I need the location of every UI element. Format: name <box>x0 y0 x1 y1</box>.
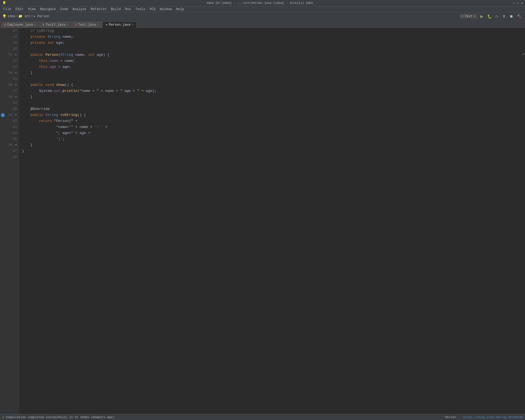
tab-close-button[interactable]: × <box>97 24 99 27</box>
menu-item-window[interactable]: Window <box>158 7 174 11</box>
tab-person[interactable]: ●Person.java× <box>102 22 136 28</box>
tab-employee[interactable]: JEmployee.java× <box>1 22 39 28</box>
breakpoint-area[interactable] <box>0 52 5 58</box>
person-tab-icon: ● <box>105 23 107 27</box>
code-line: public String toString() { <box>22 112 522 118</box>
menu-item-help[interactable]: Help <box>174 7 186 11</box>
line-number: 51 ▾ <box>8 52 17 58</box>
code-line <box>22 46 522 52</box>
breakpoint-area[interactable] <box>0 28 5 34</box>
menu-item-run[interactable]: Run <box>123 7 133 11</box>
run-config-icon: ⚙ <box>461 14 463 18</box>
breakpoint-area[interactable] <box>0 70 5 76</box>
line-number: 60 <box>8 106 17 112</box>
toolbar: 💡 idea > 📁 src > ● Person ⚙ Test ▾ ▶ 🐛 ▷… <box>0 12 525 20</box>
breakpoint-area[interactable] <box>0 64 5 70</box>
breakpoint-area[interactable] <box>0 106 5 112</box>
line-number: 67 <box>8 148 17 154</box>
breakpoint-area[interactable] <box>0 118 5 124</box>
menu-item-build[interactable]: Build <box>109 7 123 11</box>
menu-item-navigate[interactable]: Navigate <box>38 7 58 11</box>
code-text: ", age=" + age + <box>22 130 90 136</box>
menu-item-vcs[interactable]: VCS <box>148 7 158 11</box>
run-config-chevron: ▾ <box>474 14 475 18</box>
breakpoint-area[interactable]: ↑ <box>0 112 5 118</box>
breadcrumb-src[interactable]: 📁 src <box>18 14 30 18</box>
person-file-icon: ● <box>33 14 35 18</box>
breakpoint-area[interactable] <box>0 142 5 148</box>
tabs: JEmployee.java×JTest2.java×JTest.java×●P… <box>0 20 525 28</box>
breakpoint-area[interactable] <box>0 40 5 46</box>
statusbar-right: Person https://blog.csdn.net/qq_45239139 <box>445 416 523 419</box>
line-number: 61 ▾ <box>8 112 17 118</box>
breakpoint-area[interactable] <box>0 58 5 64</box>
breakpoint-area[interactable] <box>0 76 5 82</box>
run-with-coverage-button[interactable]: ▷ <box>494 14 500 19</box>
fold-icon[interactable]: ▾ <box>15 71 17 75</box>
tab-test2[interactable]: JTest2.java× <box>39 22 71 28</box>
tab-close-button[interactable]: × <box>67 24 68 27</box>
minimize-button[interactable]: — <box>513 1 515 5</box>
maximize-button[interactable]: ☐ <box>517 1 519 5</box>
fold-icon[interactable]: ▾ <box>15 113 17 117</box>
breakpoint-area[interactable] <box>0 88 5 94</box>
line-number: 57 <box>8 88 17 94</box>
tab-test[interactable]: JTest.java× <box>72 22 102 28</box>
line-number: 53 <box>8 64 17 70</box>
close-button[interactable]: ✕ <box>521 1 523 5</box>
fold-icon[interactable]: ▾ <box>15 95 17 99</box>
tab-close-button[interactable]: × <box>132 24 134 27</box>
stop-button[interactable]: ⏹ <box>508 14 515 19</box>
breadcrumb: 💡 idea > 📁 src > ● Person <box>2 14 49 19</box>
fold-icon[interactable]: ▾ <box>15 143 17 147</box>
profile-button[interactable]: ⏸ <box>501 14 507 19</box>
menu-item-code[interactable]: Code <box>58 7 70 11</box>
code-text: @Override <box>22 106 50 112</box>
menu-item-tools[interactable]: Tools <box>133 7 148 11</box>
menu-item-refactor[interactable]: Refactor <box>88 7 109 11</box>
class-name-status: Person <box>445 416 456 419</box>
build-button[interactable]: 🔨 <box>516 14 523 19</box>
menu-item-file[interactable]: File <box>1 7 13 11</box>
breakpoint-area[interactable] <box>0 100 5 106</box>
toolbar-left: 💡 idea > 📁 src > ● Person <box>2 14 49 19</box>
code-text: this.age = age; <box>22 64 71 70</box>
breakpoint-area[interactable] <box>0 130 5 136</box>
line-number: 54 ▾ <box>8 70 17 76</box>
code-area[interactable]: // toString private String name; private… <box>19 28 525 414</box>
line-number: 64 <box>8 130 17 136</box>
breakpoint-area[interactable] <box>0 148 5 154</box>
menu-item-view[interactable]: View <box>26 7 38 11</box>
fold-icon[interactable]: ▾ <box>15 53 17 57</box>
tab-close-button[interactable]: × <box>34 24 36 27</box>
statusbar: ✔ Compilation completed successfully in … <box>0 414 525 420</box>
breakpoint-area[interactable] <box>0 34 5 40</box>
folder-icon: 📁 <box>18 14 22 18</box>
compilation-success-icon: ✔ <box>2 415 4 419</box>
breakpoint-area[interactable] <box>0 82 5 88</box>
code-text: public void show() { <box>22 82 73 88</box>
titlebar: 💡 idea [E:\idea] - ...\src\Person.java [… <box>0 0 525 6</box>
fold-icon[interactable]: ▾ <box>15 83 17 87</box>
breakpoint-area[interactable] <box>0 94 5 100</box>
breakpoint-area[interactable] <box>0 136 5 142</box>
code-line: this.name = name; <box>22 58 522 64</box>
run-button[interactable]: ▶ <box>479 13 485 19</box>
java-file-icon: J <box>75 23 77 27</box>
run-config[interactable]: ⚙ Test ▾ <box>459 14 478 19</box>
breakpoint-area[interactable] <box>0 154 5 160</box>
titlebar-controls: — ☐ ✕ <box>513 1 523 5</box>
breakpoint-area[interactable] <box>0 46 5 52</box>
line-number: 50 <box>8 46 17 52</box>
debug-button[interactable]: 🐛 <box>486 14 493 19</box>
breakpoint-gutter: ↑ <box>0 28 5 414</box>
menu-item-edit[interactable]: Edit <box>13 7 26 11</box>
statusbar-url[interactable]: https://blog.csdn.net/qq_45239139 <box>463 416 523 419</box>
menubar: FileEditViewNavigateCodeAnalyzeRefactorB… <box>0 6 525 12</box>
code-text: System.out.println("name = " + name + " … <box>22 88 157 94</box>
breakpoint-area[interactable] <box>0 124 5 130</box>
menu-item-analyze[interactable]: Analyze <box>70 7 88 11</box>
code-line: System.out.println("name = " + name + " … <box>22 88 522 94</box>
breadcrumb-idea[interactable]: 💡 idea <box>2 14 15 19</box>
breadcrumb-person[interactable]: ● Person <box>33 14 49 18</box>
